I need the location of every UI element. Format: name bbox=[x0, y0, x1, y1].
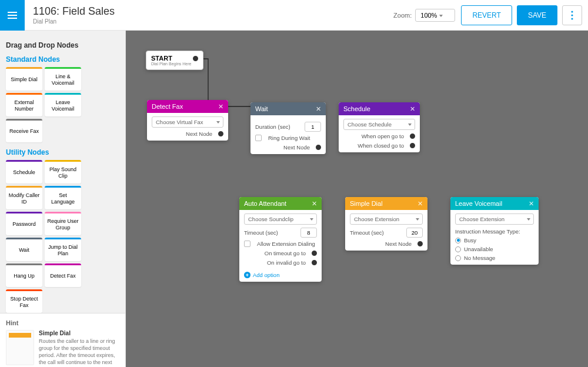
port-icon[interactable] bbox=[312, 251, 317, 256]
node-auto-attendant[interactable]: Auto Attendant✕ Choose Soundclip Timeout… bbox=[239, 197, 322, 282]
node-leave-voicemail[interactable]: Leave Voicemail✕ Choose Extension Instru… bbox=[450, 197, 539, 265]
palette-node[interactable]: Schedule bbox=[6, 160, 42, 184]
svg-point-1 bbox=[571, 14, 573, 16]
svg-point-2 bbox=[571, 18, 573, 19]
palette-node[interactable]: Stop Detect Fax bbox=[6, 289, 42, 313]
zoom-select[interactable]: 100% bbox=[415, 9, 455, 22]
checkbox-ring[interactable] bbox=[255, 135, 262, 141]
node-wait[interactable]: Wait✕ Duration (sec) Ring During Wait Ne… bbox=[250, 102, 326, 154]
save-button[interactable]: SAVE bbox=[517, 5, 557, 25]
more-button[interactable] bbox=[562, 5, 582, 25]
port-icon[interactable] bbox=[218, 131, 223, 136]
node-detect-fax[interactable]: Detect Fax✕ Choose Virtual Fax Next Node bbox=[147, 100, 228, 141]
hint-panel: Hint Simple Dial Routes the caller to a … bbox=[0, 313, 125, 367]
select-schedule[interactable]: Choose Schedule bbox=[343, 119, 415, 130]
palette-node[interactable]: Play Sound Clip bbox=[45, 160, 81, 184]
port-icon[interactable] bbox=[417, 241, 423, 246]
radio-no-message[interactable]: No Message bbox=[455, 255, 534, 261]
top-bar: 1106: Field Sales Dial Plan Zoom: 100% R… bbox=[0, 0, 588, 31]
radio-busy[interactable]: Busy bbox=[455, 237, 534, 243]
palette-node[interactable]: Wait bbox=[6, 238, 42, 261]
close-icon[interactable]: ✕ bbox=[527, 199, 535, 208]
close-icon[interactable]: ✕ bbox=[408, 105, 416, 113]
select-soundclip[interactable]: Choose Soundclip bbox=[244, 213, 317, 225]
svg-point-0 bbox=[571, 11, 573, 12]
start-subtitle: Dial Plan Begins Here bbox=[151, 62, 198, 66]
hint-panel-title: Hint bbox=[6, 319, 119, 326]
palette-node[interactable]: Set Language bbox=[45, 186, 81, 209]
select-extension[interactable]: Choose Extension bbox=[350, 213, 423, 225]
utility-palette: SchedulePlay Sound ClipModify Caller IDS… bbox=[6, 160, 119, 313]
palette-node[interactable]: Simple Dial bbox=[6, 67, 42, 91]
palette-node[interactable]: Detect Fax bbox=[45, 263, 81, 287]
palette-node[interactable]: Require User Group bbox=[45, 212, 81, 235]
node-simple-dial[interactable]: Simple Dial✕ Choose Extension Timeout (s… bbox=[345, 197, 427, 251]
duration-input[interactable] bbox=[305, 122, 321, 132]
palette-node[interactable]: Jump to Dial Plan bbox=[45, 238, 81, 261]
zoom-label: Zoom: bbox=[393, 12, 412, 19]
port-icon[interactable] bbox=[410, 143, 415, 148]
instr-label: Instruction Message Type: bbox=[455, 228, 534, 235]
page-title: 1106: Field Sales bbox=[33, 5, 393, 18]
select-vm-extension[interactable]: Choose Extension bbox=[455, 213, 534, 225]
title-block: 1106: Field Sales Dial Plan bbox=[25, 5, 393, 25]
select-virtual-fax[interactable]: Choose Virtual Fax bbox=[152, 116, 223, 128]
menu-button[interactable] bbox=[0, 0, 25, 31]
palette-node[interactable]: Hang Up bbox=[6, 263, 42, 287]
hint-thumb bbox=[6, 330, 34, 365]
close-icon[interactable]: ✕ bbox=[314, 105, 322, 113]
hint-node-name: Simple Dial bbox=[39, 330, 119, 336]
port-icon[interactable] bbox=[316, 145, 321, 150]
close-icon[interactable]: ✕ bbox=[416, 199, 424, 208]
sidebar: Drag and Drop Nodes Standard Nodes Simpl… bbox=[0, 31, 126, 367]
timeout-input[interactable] bbox=[300, 228, 317, 238]
drag-title: Drag and Drop Nodes bbox=[6, 41, 119, 49]
dots-vertical-icon bbox=[571, 11, 573, 20]
start-title: START bbox=[151, 55, 172, 62]
hint-text: Routes the caller to a line or ring grou… bbox=[39, 338, 119, 367]
palette-node[interactable]: External Number bbox=[6, 93, 42, 116]
palette-node[interactable]: Line & Voicemail bbox=[45, 67, 81, 91]
standard-nodes-header: Standard Nodes bbox=[6, 55, 119, 64]
port-icon[interactable] bbox=[410, 134, 415, 139]
checkbox-allow-ext[interactable] bbox=[244, 241, 250, 247]
add-option-button[interactable]: +Add option bbox=[239, 269, 322, 282]
port-icon[interactable] bbox=[312, 260, 317, 265]
hamburger-icon bbox=[8, 12, 17, 19]
palette-node[interactable]: Password bbox=[6, 212, 42, 235]
palette-node[interactable]: Modify Caller ID bbox=[6, 186, 42, 209]
revert-button[interactable]: REVERT bbox=[461, 5, 512, 25]
timeout-input[interactable] bbox=[406, 228, 423, 238]
palette-node[interactable]: Receive Fax bbox=[6, 119, 42, 142]
node-schedule[interactable]: Schedule✕ Choose Schedule When open go t… bbox=[339, 102, 420, 152]
standard-palette: Simple DialLine & VoicemailExternal Numb… bbox=[6, 67, 119, 142]
close-icon[interactable]: ✕ bbox=[310, 199, 318, 208]
utility-nodes-header: Utility Nodes bbox=[6, 148, 119, 156]
node-start[interactable]: START Dial Plan Begins Here bbox=[146, 51, 203, 70]
radio-unavailable[interactable]: Unavailable bbox=[455, 246, 534, 252]
canvas[interactable]: START Dial Plan Begins Here Detect Fax✕ … bbox=[126, 31, 588, 367]
palette-node[interactable]: Leave Voicemail bbox=[45, 93, 81, 116]
close-icon[interactable]: ✕ bbox=[216, 102, 225, 111]
port-icon[interactable] bbox=[193, 56, 198, 61]
plus-circle-icon: + bbox=[244, 272, 250, 278]
chevron-down-icon bbox=[439, 15, 443, 17]
page-subtitle: Dial Plan bbox=[33, 18, 393, 25]
